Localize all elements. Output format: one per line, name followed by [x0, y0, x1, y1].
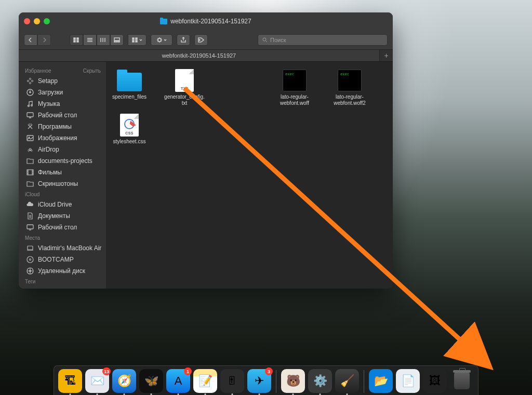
svg-rect-24	[28, 246, 33, 250]
sidebar-item-images[interactable]: Изображения	[19, 132, 106, 144]
share-button[interactable]	[177, 34, 190, 46]
sidebar-tags-header: Теги	[19, 277, 106, 286]
badge: 13	[102, 367, 111, 375]
sidebar-places-header: Места	[19, 233, 106, 242]
sidebar-item-label: Setapp	[38, 77, 58, 85]
svg-line-29	[184, 88, 483, 361]
sidebar-item-label: Изображения	[38, 134, 77, 142]
titlebar[interactable]: webfontkit-20190514-151927	[19, 12, 393, 30]
close-button[interactable]	[24, 18, 30, 24]
svg-rect-11	[136, 40, 137, 42]
sidebar-item-remote[interactable]: Удаленный диск	[19, 265, 106, 277]
sidebar-item-docs[interactable]: Документы	[19, 210, 106, 222]
dock-butterfly[interactable]: 🦋	[139, 369, 163, 393]
svg-rect-8	[132, 38, 134, 39]
icloud-icon	[26, 200, 34, 209]
mail-icon: ✉️	[90, 374, 104, 388]
desktop-icon	[26, 223, 34, 231]
svg-point-25	[27, 256, 33, 263]
svg-rect-23	[27, 225, 33, 229]
laptop-icon	[26, 244, 34, 252]
forklift-icon: 🏗	[64, 374, 76, 388]
tags-button[interactable]	[194, 34, 208, 46]
nav-buttons	[24, 34, 51, 46]
sidebar-item-folder[interactable]: Скриншотоны	[19, 178, 106, 189]
svg-point-16	[28, 105, 30, 107]
sidebar-item-airdrop[interactable]: AirDrop	[19, 144, 106, 155]
svg-rect-2	[74, 40, 75, 42]
sidebar-item-label: Удаленный диск	[38, 267, 85, 275]
view-columns-button[interactable]	[97, 34, 110, 46]
sidebar-item-movies[interactable]: Фильмы	[19, 167, 106, 178]
folder-icon	[160, 19, 167, 24]
annotation-arrow	[182, 86, 501, 379]
dock-mail[interactable]: ✉️13	[85, 369, 109, 393]
action-button[interactable]	[151, 34, 172, 46]
sidebar-item-folder[interactable]: documents-projects	[19, 155, 106, 167]
movies-icon	[26, 168, 34, 176]
tab-current[interactable]: webfontkit-20190514-151927	[19, 50, 379, 61]
svg-rect-6	[116, 41, 117, 42]
sidebar-item-label: Фильмы	[38, 169, 62, 176]
sidebar-item-label: Музыка	[38, 100, 60, 107]
remote-icon	[26, 267, 34, 275]
sidebar-item-desktop[interactable]: Рабочий стол	[19, 110, 106, 121]
forward-button[interactable]	[37, 34, 51, 46]
music-icon	[26, 100, 34, 108]
dock-safari[interactable]: 🧭	[112, 369, 136, 393]
new-tab-button[interactable]: +	[379, 50, 393, 61]
docs-icon	[26, 212, 34, 220]
hide-button[interactable]: Скрыть	[83, 68, 101, 74]
svg-rect-3	[77, 40, 78, 42]
search-field[interactable]: Поиск	[258, 34, 388, 46]
sidebar-item-label: BOOTCAMP	[38, 256, 74, 263]
sidebar-item-desktop[interactable]: Рабочий стол	[19, 222, 106, 233]
setapp-icon	[26, 77, 34, 85]
sidebar: Избранное Скрыть SetappЗагрузкиМузыкаРаб…	[19, 62, 106, 289]
sidebar-item-label: Рабочий стол	[38, 112, 77, 119]
appstore-icon: A	[175, 374, 182, 388]
minimize-button[interactable]	[34, 18, 40, 24]
desktop-icon	[26, 111, 34, 119]
view-icons-button[interactable]	[70, 34, 83, 46]
downloads-icon	[26, 88, 34, 97]
sidebar-item-label: Программы	[38, 123, 72, 130]
disk-icon	[26, 255, 34, 264]
svg-rect-10	[132, 40, 134, 42]
svg-point-14	[263, 38, 266, 41]
back-button[interactable]	[24, 34, 37, 46]
css-file-icon: CSS	[120, 114, 139, 137]
toolbar: Поиск	[19, 30, 393, 50]
dock-forklift[interactable]: 🏗	[58, 369, 82, 393]
sidebar-item-setapp[interactable]: Setapp	[19, 75, 106, 87]
svg-point-13	[199, 39, 200, 40]
sidebar-item-icloud[interactable]: iCloud Drive	[19, 199, 106, 210]
window-title: webfontkit-20190514-151927	[19, 18, 393, 25]
sidebar-item-disk[interactable]: BOOTCAMP	[19, 254, 106, 265]
sidebar-item-apps[interactable]: Программы	[19, 121, 106, 132]
folder-icon	[26, 157, 34, 165]
svg-rect-9	[136, 38, 137, 39]
svg-rect-5	[114, 41, 115, 42]
view-buttons	[70, 34, 124, 46]
view-gallery-button[interactable]	[110, 34, 124, 46]
folder-icon	[117, 73, 142, 91]
file-item[interactable]: CSSstylesheet.css	[109, 114, 150, 151]
sidebar-item-label: iCloud Drive	[38, 201, 72, 208]
sidebar-item-music[interactable]: Музыка	[19, 98, 106, 110]
folder-icon	[26, 180, 34, 188]
apps-icon	[26, 122, 34, 131]
file-item[interactable]: specimen_files	[109, 69, 150, 106]
svg-point-17	[31, 105, 33, 106]
svg-rect-1	[77, 38, 78, 39]
sidebar-item-laptop[interactable]: Vladimir's MacBook Air	[19, 242, 106, 254]
sidebar-item-label: Vladimir's MacBook Air	[38, 244, 101, 252]
search-icon	[262, 37, 268, 43]
svg-point-26	[30, 259, 31, 261]
sidebar-item-label: Документы	[38, 212, 70, 220]
view-list-button[interactable]	[83, 34, 97, 46]
zoom-button[interactable]	[44, 18, 50, 24]
svg-rect-18	[27, 113, 33, 117]
arrange-button[interactable]	[128, 34, 147, 46]
sidebar-item-downloads[interactable]: Загрузки	[19, 87, 106, 98]
